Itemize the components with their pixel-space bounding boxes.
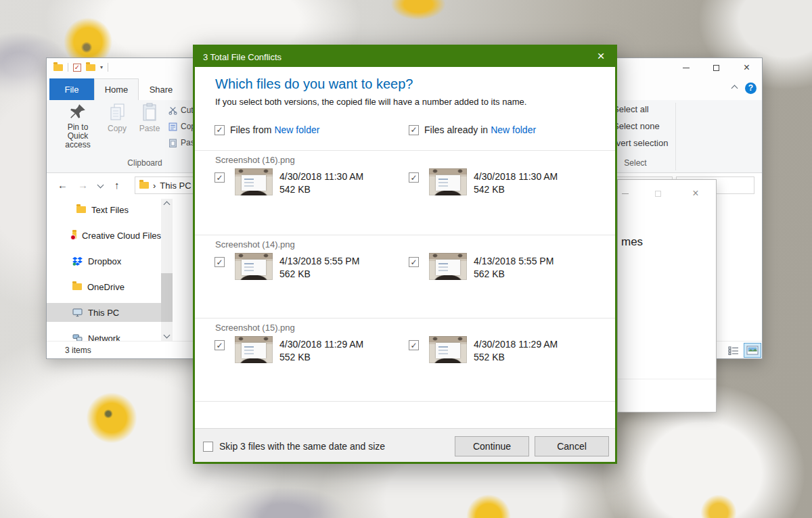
- file1-left-thumbnail: [235, 168, 273, 195]
- details-view-button[interactable]: [725, 343, 742, 358]
- sidebar-item-label: Text Files: [91, 205, 129, 215]
- sidebar-item-label: OneDrive: [87, 282, 125, 292]
- group-separator: [195, 235, 615, 235]
- skip-option[interactable]: Skip 3 files with the same date and size: [203, 441, 385, 452]
- dialog-footer: Skip 3 files with the same date and size…: [195, 428, 615, 462]
- folder-icon: [72, 283, 82, 290]
- copy-button[interactable]: Copy: [102, 103, 132, 133]
- paste-button[interactable]: Paste: [135, 103, 164, 133]
- file2-left-meta: 4/13/2018 5:55 PM562 KB: [279, 255, 359, 281]
- file1-left-checkbox[interactable]: ✓: [215, 172, 225, 183]
- file2-right-checkbox[interactable]: ✓: [409, 257, 419, 267]
- invert-selection-button[interactable]: Invert selection: [609, 138, 668, 148]
- cut-label: Cut: [181, 105, 194, 115]
- properties-check-icon[interactable]: ✓: [73, 64, 81, 72]
- maximize-icon: [713, 65, 719, 71]
- tab-file[interactable]: File: [49, 78, 94, 100]
- sidebar-scrollbar[interactable]: [161, 199, 173, 342]
- up-arrow-icon[interactable]: ↑: [114, 180, 120, 190]
- scrollbar-thumb[interactable]: [161, 273, 173, 322]
- breadcrumb-path[interactable]: This PC: [160, 181, 191, 191]
- pin-to-quick-access-button[interactable]: Pin to Quick access: [58, 103, 97, 149]
- maximize-button[interactable]: [701, 58, 731, 77]
- file3-left-thumbnail: [235, 336, 273, 363]
- source-folder-link[interactable]: New folder: [274, 124, 319, 135]
- tab-share[interactable]: Share: [139, 78, 183, 100]
- creative-cloud-icon: [72, 232, 76, 239]
- sidebar-item-dropbox[interactable]: Dropbox: [47, 252, 161, 270]
- folder-icon[interactable]: [53, 64, 63, 71]
- minimize-icon: [683, 68, 690, 68]
- file3-left-checkbox[interactable]: ✓: [215, 340, 225, 350]
- minimize-icon: [622, 193, 629, 194]
- file3-left-meta: 4/30/2018 11:29 AM552 KB: [279, 338, 363, 364]
- sidebar-item-label: This PC: [88, 308, 119, 318]
- maximize-button[interactable]: [648, 187, 668, 200]
- scroll-up-icon[interactable]: [164, 202, 171, 208]
- ribbon-divider: [675, 103, 676, 170]
- paste-label: Paste: [135, 124, 164, 133]
- toolbar-separator: [108, 63, 108, 72]
- minimize-button[interactable]: [671, 58, 701, 77]
- details-view-icon: [728, 346, 739, 355]
- sidebar-item-label: Dropbox: [88, 256, 121, 266]
- files-already-in-option[interactable]: ✓ Files already in New folder: [409, 124, 536, 135]
- close-button[interactable]: ×: [731, 58, 762, 77]
- sidebar-item-this-pc[interactable]: This PC: [47, 303, 161, 322]
- select-all-button[interactable]: Select all: [613, 104, 649, 114]
- file3-right-thumbnail: [429, 336, 467, 363]
- close-icon: ×: [692, 188, 698, 199]
- files-already-in-checkbox[interactable]: ✓: [409, 125, 419, 135]
- select-group-label: Select: [615, 158, 656, 168]
- new-folder-icon[interactable]: [86, 64, 95, 71]
- secondary-window: × mes: [617, 179, 717, 413]
- files-from-label: Files from: [230, 124, 271, 135]
- maximize-icon: [655, 191, 661, 197]
- select-none-button[interactable]: Select none: [613, 121, 660, 131]
- cut-button[interactable]: Cut: [168, 105, 194, 115]
- sidebar-item-label: Creative Cloud Files: [82, 231, 161, 241]
- thumbnails-view-icon: [746, 346, 759, 355]
- cancel-button[interactable]: Cancel: [535, 436, 609, 456]
- paste-shortcut-icon: [168, 139, 177, 147]
- skip-label: Skip 3 files with the same date and size: [219, 441, 385, 452]
- scroll-down-icon[interactable]: [164, 332, 171, 339]
- back-arrow-icon[interactable]: ←: [58, 180, 68, 190]
- sidebar-item-onedrive[interactable]: OneDrive: [47, 277, 161, 296]
- skip-checkbox[interactable]: [203, 442, 213, 452]
- files-from-option[interactable]: ✓ Files from New folder: [215, 124, 319, 135]
- file2-right-meta: 4/13/2018 5:55 PM562 KB: [474, 255, 554, 281]
- dialog-subheading: If you select both versions, the copied …: [215, 97, 526, 107]
- dialog-heading: Which files do you want to keep?: [215, 76, 413, 92]
- tab-home[interactable]: Home: [94, 78, 139, 100]
- thumbnails-view-button[interactable]: [744, 343, 761, 358]
- dialog-titlebar: 3 Total File Conflicts: [195, 47, 615, 67]
- sidebar-item-text-files[interactable]: Text Files: [47, 200, 161, 219]
- group-separator: [195, 401, 615, 402]
- folder-icon: [76, 206, 86, 213]
- dialog-close-button[interactable]: ×: [591, 47, 611, 65]
- continue-button[interactable]: Continue: [455, 436, 529, 456]
- file-name: Screenshot (15).png: [215, 323, 295, 333]
- forward-arrow-icon[interactable]: →: [78, 180, 88, 190]
- files-already-in-label: Files already in: [424, 124, 488, 135]
- recent-locations-icon[interactable]: [97, 182, 104, 189]
- quick-access-toolbar: ✓ ▾: [53, 63, 108, 72]
- files-from-checkbox[interactable]: ✓: [215, 125, 225, 135]
- destination-folder-link[interactable]: New folder: [491, 124, 536, 135]
- close-button[interactable]: ×: [685, 187, 706, 200]
- partial-text: mes: [621, 235, 643, 249]
- file1-right-checkbox[interactable]: ✓: [409, 172, 419, 183]
- file2-left-checkbox[interactable]: ✓: [215, 257, 225, 267]
- breadcrumb-chevron-icon: ›: [153, 181, 156, 191]
- help-icon[interactable]: ?: [745, 83, 757, 94]
- minimize-button[interactable]: [615, 187, 635, 200]
- clipboard-group-label: Clipboard: [87, 158, 202, 168]
- file-name: Screenshot (16).png: [215, 155, 295, 165]
- file-conflict-dialog: 3 Total File Conflicts × Which files do …: [193, 45, 617, 464]
- toolbar-separator: [68, 63, 68, 72]
- file3-right-checkbox[interactable]: ✓: [409, 340, 419, 350]
- sidebar-item-creative-cloud[interactable]: Creative Cloud Files: [47, 226, 161, 245]
- customize-toolbar-dropdown-icon[interactable]: ▾: [100, 64, 103, 70]
- collapse-ribbon-icon[interactable]: [731, 85, 738, 92]
